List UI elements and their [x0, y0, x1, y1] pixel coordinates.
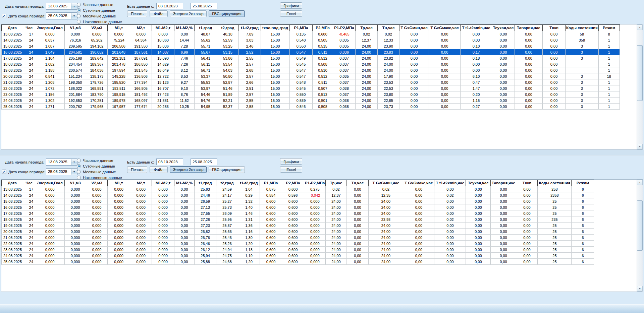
cell[interactable]: 0,00 — [516, 253, 538, 259]
cell[interactable]: 12,722 — [152, 73, 174, 79]
cell[interactable]: 9,10 — [174, 85, 195, 91]
cell[interactable]: 0,00 — [543, 37, 566, 43]
cell[interactable]: 0,501 — [313, 98, 333, 104]
cell[interactable]: 24 — [23, 259, 35, 265]
cell[interactable]: 12,37 — [356, 37, 378, 43]
cell[interactable]: 0,00 — [403, 204, 434, 210]
cell[interactable]: 0,02 — [356, 31, 378, 37]
column-header[interactable]: t2,град — [217, 25, 239, 31]
table-row[interactable]: 15.08.2025240,0000,0000,0000,0000,0000,0… — [2, 198, 594, 204]
cell[interactable]: 24 — [23, 210, 35, 216]
column-header[interactable]: T t1-t2<min,час — [434, 180, 466, 186]
cell[interactable]: 0,00 — [346, 253, 369, 259]
cell[interactable]: 2,66 — [239, 79, 261, 85]
cell[interactable]: 0,035 — [333, 37, 356, 43]
cell[interactable]: 24,00 — [369, 223, 403, 229]
cell[interactable]: 12,37 — [326, 192, 346, 198]
cell[interactable]: 26,12 — [195, 247, 216, 253]
radio-monthly-data[interactable]: Месячные данные — [77, 13, 122, 19]
cell[interactable]: 149,228 — [108, 73, 130, 79]
cell[interactable]: 195,520 — [108, 79, 130, 85]
cell[interactable]: 0,00 — [174, 235, 195, 241]
table-row[interactable]: 16.08.2025240,0000,0000,0000,0000,0000,0… — [2, 204, 594, 210]
cell[interactable]: 0,00 — [515, 85, 543, 91]
cell[interactable]: 0,000 — [86, 241, 108, 247]
table-row[interactable]: 24.08.2025240,0000,0000,0000,0000,0000,0… — [2, 253, 594, 259]
cell[interactable]: 0,000 — [152, 216, 174, 223]
cell[interactable]: 25 — [538, 229, 572, 235]
cell[interactable]: 0,539 — [290, 98, 313, 104]
cell[interactable]: 24,00 — [356, 49, 378, 55]
cell[interactable]: 24,00 — [356, 85, 378, 91]
cell[interactable]: 3 — [566, 79, 599, 85]
cell[interactable]: 0,000 — [130, 216, 152, 223]
cell[interactable]: 2358 — [538, 192, 572, 198]
column-header[interactable]: Тр,час — [356, 25, 378, 31]
cell[interactable]: 0,510 — [313, 67, 333, 73]
cell[interactable]: 0,600 — [282, 259, 304, 265]
table-row[interactable]: 25.08.2025241,271200,762179,965197,95717… — [2, 104, 620, 110]
cell[interactable]: 0,00 — [174, 210, 195, 216]
cell[interactable]: 0,00 — [429, 37, 461, 43]
cell[interactable]: 26,76 — [195, 235, 216, 241]
table-row[interactable]: 18.08.2025240,0000,0000,0000,0000,0000,0… — [2, 216, 594, 223]
cell[interactable]: 0,875 — [260, 186, 282, 192]
cell[interactable]: 1,16 — [238, 229, 260, 235]
cell[interactable]: 0,000 — [130, 198, 152, 204]
cell[interactable]: 0,000 — [304, 216, 326, 223]
cell[interactable]: 10,860 — [152, 37, 174, 43]
column-header[interactable]: Тр,час — [326, 180, 346, 186]
cell[interactable]: 0,00 — [174, 223, 195, 229]
table-row[interactable]: 21.08.2025241,208198,350179,726195,52017… — [2, 79, 620, 85]
cell[interactable]: 0,00 — [346, 247, 369, 253]
cell[interactable]: 6 — [572, 223, 594, 229]
cell[interactable]: 0,00 — [399, 49, 429, 55]
cell[interactable]: 0,00 — [491, 186, 516, 192]
cell[interactable]: 6,99 — [174, 49, 195, 55]
cell[interactable]: 24 — [23, 73, 35, 79]
cell[interactable]: 0,00 — [516, 247, 538, 253]
column-header[interactable]: t1,град — [195, 25, 217, 31]
column-header[interactable]: Коды состояния — [538, 180, 572, 186]
cell[interactable]: 24,00 — [356, 91, 378, 98]
table-row[interactable]: 15.08.2025241,087209,595194,102206,58619… — [2, 43, 620, 49]
cell[interactable]: 15,00 — [261, 49, 290, 55]
cell[interactable]: 0,000 — [152, 204, 174, 210]
cell[interactable]: 54,76 — [195, 98, 217, 104]
cell[interactable]: 0,00 — [492, 43, 515, 49]
cell[interactable]: 0,00 — [516, 198, 538, 204]
cell[interactable]: 1,20 — [238, 259, 260, 265]
cell[interactable]: 24,75 — [216, 253, 238, 259]
column-header[interactable]: Тсухая,час — [492, 25, 515, 31]
cell[interactable]: 179,726 — [86, 79, 108, 85]
cell[interactable]: 15,00 — [261, 104, 290, 110]
cell[interactable]: 189,367 — [86, 61, 108, 67]
cell[interactable]: 0,037 — [333, 79, 356, 85]
cell[interactable]: 0,000 — [304, 210, 326, 216]
cell[interactable]: -0,465 — [333, 31, 356, 37]
cell[interactable]: 15,00 — [261, 67, 290, 73]
cell[interactable]: 6 — [572, 235, 594, 241]
cell[interactable]: 3 — [566, 55, 599, 61]
excel-button[interactable]: Excel — [280, 166, 302, 173]
cell[interactable]: 0,000 — [130, 223, 152, 229]
cell[interactable]: 0,00 — [516, 229, 538, 235]
cell[interactable]: 0,00 — [403, 259, 434, 265]
cell[interactable]: 2,51 — [239, 85, 261, 91]
cell[interactable]: 0,00 — [346, 235, 369, 241]
cell[interactable]: 0,00 — [346, 210, 369, 216]
cell[interactable]: 55,67 — [195, 49, 217, 55]
energy-2kn-button[interactable]: Энергия 2кн закр — [170, 10, 207, 17]
cell[interactable]: 0,00 — [346, 198, 369, 204]
cell[interactable]: 0,00 — [399, 98, 429, 104]
cell[interactable]: 0,540 — [290, 37, 313, 43]
cell[interactable]: 183,790 — [86, 91, 108, 98]
cell[interactable]: 0,000 — [152, 235, 174, 241]
cell[interactable]: 16.08.2025 — [2, 49, 23, 55]
column-header[interactable]: V2,м3 — [86, 180, 108, 186]
cell[interactable]: 0,275 — [304, 186, 326, 192]
cell[interactable]: 0,02 — [378, 31, 399, 37]
cell[interactable]: 0,038 — [333, 85, 356, 91]
cell[interactable]: 192,653 — [65, 98, 86, 104]
cell[interactable]: 22.08.2025 — [2, 85, 23, 91]
